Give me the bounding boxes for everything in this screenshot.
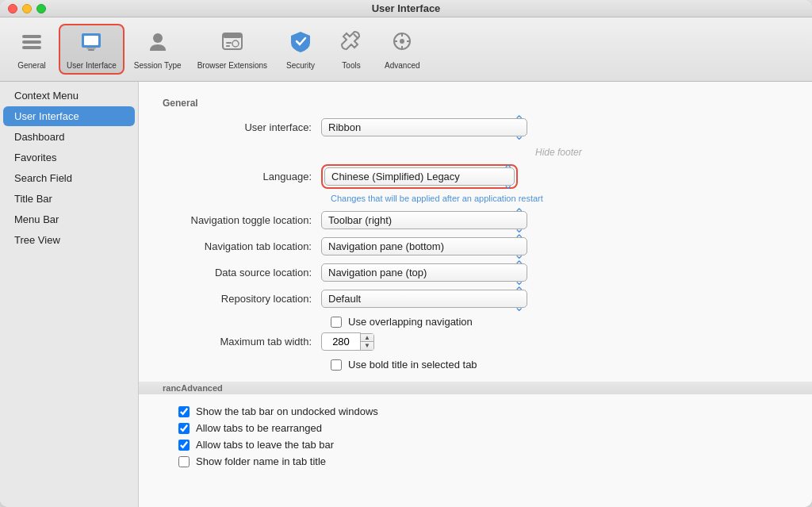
sidebar-ui-label: User Interface <box>14 110 79 122</box>
nav-tab-control: Navigation pane (bottom) ⌃⌄ <box>321 237 527 255</box>
language-select[interactable]: Chinese (Simplified) Legacy <box>324 167 515 186</box>
data-source-row: Data source location: Navigation pane (t… <box>163 263 788 282</box>
nav-tab-select-wrapper: Navigation pane (bottom) ⌃⌄ <box>321 237 527 255</box>
sidebar-item-context-menu[interactable]: Context Menu <box>3 86 135 106</box>
toolbar-item-tools[interactable]: Tools <box>327 25 375 73</box>
user-interface-row: User interface: Ribbon ⌃⌄ <box>163 118 788 136</box>
svg-point-10 <box>232 40 239 47</box>
sidebar-item-search-field[interactable]: Search Field <box>3 168 135 188</box>
language-select-wrapper: Chinese (Simplified) Legacy ⌃⌄ <box>321 164 518 189</box>
sidebar-item-menu-bar[interactable]: Menu Bar <box>3 209 135 229</box>
svg-rect-9 <box>223 33 242 38</box>
minimize-button[interactable] <box>22 4 32 13</box>
bold-title-row: Use bold title in selected tab <box>331 359 788 371</box>
tab-bar-undocked-label: Show the tab bar on undocked windows <box>196 405 378 417</box>
sidebar-item-tree-view[interactable]: Tree View <box>3 230 135 250</box>
stepper-down-button[interactable]: ▼ <box>361 342 373 350</box>
toolbar-session-label: Session Type <box>134 61 182 70</box>
tabs-leave-bar-label: Allow tabs to leave the tab bar <box>196 439 334 451</box>
nav-toggle-control: Toolbar (right) ⌃⌄ <box>321 211 527 229</box>
rearrange-tabs-checkbox[interactable] <box>178 423 190 434</box>
data-source-label: Data source location: <box>163 267 321 278</box>
toolbar-item-browser-extensions[interactable]: Browser Extensions <box>191 25 274 73</box>
max-tab-stepper: ▲ ▼ <box>321 332 374 351</box>
nav-tab-label: Navigation tab location: <box>163 240 321 252</box>
toolbar-tools-label: Tools <box>342 61 360 70</box>
toolbar-item-security[interactable]: Security <box>277 25 324 73</box>
content-area: General User interface: Ribbon ⌃⌄ <box>139 82 812 507</box>
toolbar-advanced-label: Advanced <box>385 61 419 70</box>
sidebar-item-user-interface[interactable]: User Interface <box>3 106 135 126</box>
language-hint: Changes that will be applied after an ap… <box>331 194 788 203</box>
tab-bar-undocked-row: Show the tab bar on undocked windows <box>178 405 788 417</box>
browser-extensions-icon <box>220 29 245 60</box>
sidebar-item-favorites[interactable]: Favorites <box>3 148 135 167</box>
repository-label: Repository location: <box>163 293 321 305</box>
general-icon <box>19 29 44 60</box>
stepper-up-button[interactable]: ▲ <box>361 334 373 342</box>
user-interface-field-label: User interface: <box>163 121 321 133</box>
overlapping-nav-checkbox[interactable] <box>331 317 342 328</box>
overlapping-nav-label: Use overlapping navigation <box>348 316 473 328</box>
max-tab-input[interactable] <box>321 332 361 351</box>
folder-name-label: Show folder name in tab title <box>196 455 326 467</box>
folder-name-checkbox[interactable] <box>178 456 190 467</box>
advanced-icon <box>389 29 415 60</box>
user-interface-select[interactable]: Ribbon <box>321 118 527 136</box>
svg-rect-1 <box>22 40 41 44</box>
toolbar-item-user-interface[interactable]: User Interface <box>59 24 124 75</box>
tools-icon <box>339 29 364 60</box>
maximize-button[interactable] <box>36 4 46 13</box>
repository-select[interactable]: Default <box>321 290 527 308</box>
rearrange-tabs-label: Allow tabs to be rearranged <box>196 422 322 434</box>
sidebar-item-title-bar[interactable]: Title Bar <box>3 189 135 209</box>
svg-rect-12 <box>226 45 230 47</box>
user-interface-select-wrapper: Ribbon ⌃⌄ <box>321 118 527 136</box>
language-row: Language: Chinese (Simplified) Legacy ⌃⌄ <box>163 164 788 189</box>
sidebar-context-menu-label: Context Menu <box>14 90 79 102</box>
nav-tab-select[interactable]: Navigation pane (bottom) <box>321 237 527 255</box>
sidebar-item-dashboard[interactable]: Dashboard <box>3 127 135 147</box>
svg-rect-11 <box>226 42 232 44</box>
general-section-title: General <box>163 98 788 109</box>
toolbar-item-advanced[interactable]: Advanced <box>378 25 426 73</box>
hide-footer-control: Hide footer <box>321 144 582 159</box>
advanced-section-title: rancAdvanced <box>139 382 812 394</box>
nav-toggle-select[interactable]: Toolbar (right) <box>321 211 527 229</box>
repository-control: Default ⌃⌄ <box>321 290 527 308</box>
tabs-leave-bar-checkbox[interactable] <box>178 440 190 451</box>
toolbar-browser-ext-label: Browser Extensions <box>197 61 267 70</box>
svg-rect-4 <box>84 36 98 45</box>
toolbar: General User Interface Ses <box>0 17 812 82</box>
close-button[interactable] <box>8 4 17 13</box>
user-interface-control: Ribbon ⌃⌄ <box>321 118 527 136</box>
traffic-lights[interactable] <box>8 4 46 13</box>
svg-rect-2 <box>22 46 41 49</box>
stepper-buttons: ▲ ▼ <box>361 333 374 351</box>
svg-point-15 <box>400 39 404 44</box>
language-field-label: Language: <box>163 171 321 182</box>
main-content: Context Menu User Interface Dashboard Fa… <box>0 82 812 507</box>
hide-footer-text: Hide footer <box>535 147 582 158</box>
tab-bar-undocked-checkbox[interactable] <box>178 406 190 417</box>
toolbar-item-session-type[interactable]: Session Type <box>128 25 188 73</box>
nav-tab-row: Navigation tab location: Navigation pane… <box>163 237 788 255</box>
data-source-select[interactable]: Navigation pane (top) <box>321 263 527 282</box>
max-tab-control: ▲ ▼ <box>321 332 374 351</box>
svg-rect-0 <box>22 35 41 38</box>
repository-row: Repository location: Default ⌃⌄ <box>163 290 788 308</box>
bold-title-checkbox[interactable] <box>331 359 342 371</box>
sidebar-favorites-label: Favorites <box>14 152 56 163</box>
svg-rect-5 <box>88 49 94 51</box>
data-source-control: Navigation pane (top) ⌃⌄ <box>321 263 527 282</box>
toolbar-item-general[interactable]: General <box>8 25 56 73</box>
sidebar-dashboard-label: Dashboard <box>14 131 65 143</box>
nav-toggle-row: Navigation toggle location: Toolbar (rig… <box>163 211 788 229</box>
user-interface-icon <box>79 29 104 60</box>
folder-name-row: Show folder name in tab title <box>178 455 788 467</box>
session-type-icon <box>145 29 170 60</box>
window-title: User Interface <box>372 2 441 14</box>
max-tab-label: Maximum tab width: <box>163 336 321 348</box>
toolbar-general-label: General <box>17 61 46 70</box>
nav-toggle-select-wrapper: Toolbar (right) ⌃⌄ <box>321 211 527 229</box>
